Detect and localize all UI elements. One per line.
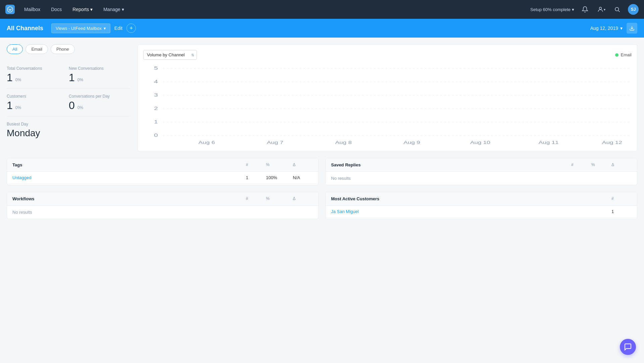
table-row: Ja San Miguel 1 [326, 206, 637, 218]
user-avatar[interactable]: SJ [628, 4, 639, 15]
legend-label-email: Email [621, 52, 632, 57]
new-conversations-change: 0% [77, 77, 83, 82]
search-button[interactable] [612, 4, 623, 15]
busiest-day-value: Monday [7, 128, 131, 139]
workflows-col-delta: Δ [293, 196, 313, 201]
conversations-per-day-change: 0% [77, 105, 83, 110]
customer-name[interactable]: Ja San Miguel [331, 209, 611, 214]
subheader-right: Aug 12, 2019 ▾ [590, 23, 637, 34]
add-view-button[interactable]: + [126, 23, 136, 33]
customers-change: 0% [15, 105, 21, 110]
notifications-button[interactable] [580, 4, 590, 15]
svg-text:Aug 8: Aug 8 [335, 140, 352, 145]
svg-text:Aug 10: Aug 10 [470, 140, 490, 145]
left-panel: All Email Phone Total Conversations 1 0%… [7, 44, 131, 151]
top-navigation: Mailbox Docs Reports ▾ Manage ▾ Setup 60… [0, 0, 644, 19]
customers-title: Most Active Customers [331, 196, 611, 201]
nav-reports[interactable]: Reports ▾ [68, 4, 97, 15]
chart-svg: 5 4 3 2 1 0 Aug 6 Aug 7 Aug 8 Aug 9 Aug … [143, 65, 632, 146]
svg-line-3 [619, 11, 620, 12]
svg-text:Aug 7: Aug 7 [267, 140, 283, 145]
saved-col-count: # [571, 162, 591, 167]
tags-col-percent: % [266, 162, 293, 167]
chevron-down-icon: ▾ [104, 26, 106, 31]
svg-text:2: 2 [154, 106, 158, 111]
total-conversations-change: 0% [15, 77, 21, 82]
chart-type-select[interactable]: Volume by Channel [143, 50, 197, 60]
svg-point-2 [615, 7, 619, 11]
tags-col-delta: Δ [293, 162, 313, 167]
svg-text:1: 1 [154, 119, 158, 124]
svg-point-1 [599, 7, 601, 9]
nav-mailbox[interactable]: Mailbox [20, 4, 44, 15]
workflows-table: Workflows # % Δ No results [7, 192, 319, 219]
table-row: Untagged 1 100% N/A [7, 172, 318, 184]
saved-col-delta: Δ [611, 162, 632, 167]
page-title: All Channels [7, 25, 43, 32]
saved-replies-table: Saved Replies # % Δ No results [325, 158, 637, 185]
tags-title: Tags [12, 162, 246, 167]
customers-header: Most Active Customers # [326, 192, 637, 206]
conversations-per-day-value: 0 [69, 100, 75, 111]
main-content: All Email Phone Total Conversations 1 0%… [0, 38, 644, 158]
busiest-day-section: Busiest Day Monday [7, 116, 131, 139]
channel-tabs: All Email Phone [7, 44, 131, 54]
app-logo[interactable] [5, 5, 15, 14]
new-conversations-value: 1 [69, 72, 75, 83]
chevron-down-icon: ▾ [572, 7, 574, 12]
svg-text:Aug 9: Aug 9 [404, 140, 420, 145]
customer-count: 1 [611, 209, 632, 214]
workflows-col-count: # [246, 196, 266, 201]
tab-email[interactable]: Email [25, 44, 48, 54]
date-label: Aug 12, 2019 [590, 25, 618, 31]
svg-text:Aug 12: Aug 12 [602, 140, 622, 145]
stat-customers: Customers 1 0% [7, 89, 69, 116]
chart-legend: Email [615, 52, 632, 57]
saved-replies-header: Saved Replies # % Δ [326, 158, 637, 172]
workflows-no-results: No results [7, 206, 318, 219]
stat-new-conversations: New Conversations 1 0% [69, 61, 131, 89]
subheader: All Channels Views - UIFeed Mailbox ▾ Ed… [0, 19, 644, 38]
tab-phone[interactable]: Phone [51, 44, 75, 54]
svg-text:3: 3 [154, 92, 158, 98]
date-selector[interactable]: Aug 12, 2019 ▾ [590, 25, 623, 31]
customers-col-count: # [611, 196, 632, 201]
chevron-down-icon: ▾ [90, 7, 93, 12]
account-button[interactable]: ▾ [596, 4, 606, 15]
nav-docs[interactable]: Docs [47, 4, 66, 15]
svg-text:5: 5 [154, 65, 158, 71]
tab-all[interactable]: All [7, 44, 23, 54]
tag-delta: N/A [293, 175, 313, 180]
workflows-col-percent: % [266, 196, 293, 201]
chart-select-wrapper[interactable]: Volume by Channel [143, 50, 197, 60]
stat-conversations-per-day: Conversations per Day 0 0% [69, 89, 131, 116]
tag-percent: 100% [266, 175, 293, 180]
stats-grid: Total Conversations 1 0% New Conversatio… [7, 61, 131, 116]
stat-total-conversations: Total Conversations 1 0% [7, 61, 69, 89]
tag-name-untagged[interactable]: Untagged [12, 175, 246, 180]
saved-replies-no-results: No results [326, 172, 637, 185]
topnav-right: Setup 60% complete ▾ ▾ SJ [530, 4, 639, 15]
svg-text:4: 4 [154, 79, 158, 84]
saved-replies-title: Saved Replies [331, 162, 571, 167]
workflows-title: Workflows [12, 196, 246, 201]
tags-table-header: Tags # % Δ [7, 158, 318, 172]
most-active-customers-table: Most Active Customers # Ja San Miguel 1 [325, 192, 637, 219]
chevron-down-icon: ▾ [122, 7, 124, 12]
svg-text:0: 0 [154, 133, 158, 138]
workflows-header: Workflows # % Δ [7, 192, 318, 206]
chevron-down-icon: ▾ [604, 8, 605, 11]
nav-manage[interactable]: Manage ▾ [99, 4, 128, 15]
views-label: Views - UIFeed Mailbox [56, 26, 102, 31]
setup-progress[interactable]: Setup 60% complete ▾ [530, 7, 574, 12]
chevron-down-icon: ▾ [620, 25, 623, 31]
svg-text:Aug 11: Aug 11 [539, 140, 559, 145]
chart-panel: Volume by Channel Email 5 4 3 [138, 44, 637, 151]
tags-table: Tags # % Δ Untagged 1 100% N/A [7, 158, 319, 185]
edit-button[interactable]: Edit [110, 23, 126, 33]
tag-count: 1 [246, 175, 266, 180]
chart-area: 5 4 3 2 1 0 Aug 6 Aug 7 Aug 8 Aug 9 Aug … [143, 65, 632, 146]
chart-header: Volume by Channel Email [143, 50, 632, 60]
download-button[interactable] [627, 23, 637, 34]
views-dropdown[interactable]: Views - UIFeed Mailbox ▾ [51, 23, 110, 33]
